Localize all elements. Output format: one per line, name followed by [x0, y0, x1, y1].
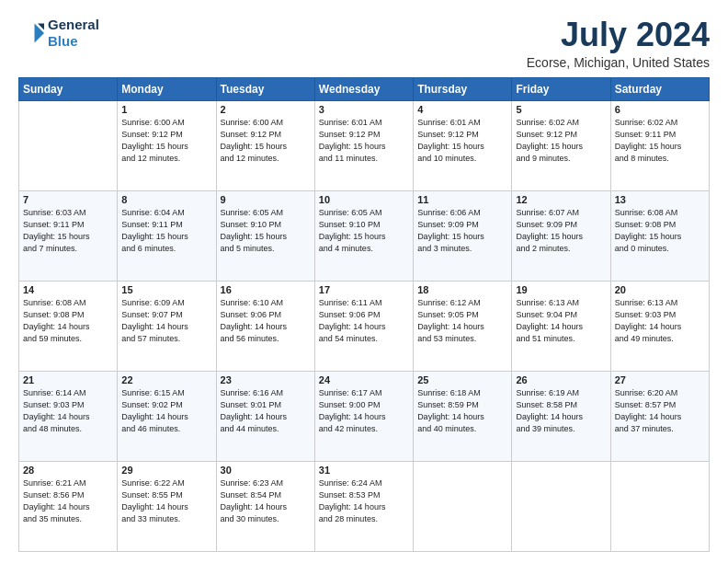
day-number: 19 [516, 284, 606, 295]
day-info: Sunrise: 6:04 AM Sunset: 9:11 PM Dayligh… [121, 207, 211, 255]
day-info: Sunrise: 6:15 AM Sunset: 9:02 PM Dayligh… [121, 387, 211, 435]
day-number: 12 [516, 194, 606, 205]
day-info: Sunrise: 6:12 AM Sunset: 9:05 PM Dayligh… [417, 297, 507, 345]
day-number: 5 [516, 104, 606, 115]
table-row: 21Sunrise: 6:14 AM Sunset: 9:03 PM Dayli… [19, 371, 118, 461]
table-row: 24Sunrise: 6:17 AM Sunset: 9:00 PM Dayli… [314, 371, 413, 461]
table-row: 5Sunrise: 6:02 AM Sunset: 9:12 PM Daylig… [512, 100, 610, 190]
day-info: Sunrise: 6:19 AM Sunset: 8:58 PM Dayligh… [516, 387, 606, 435]
day-number: 4 [417, 104, 507, 115]
header: General Blue July 2024 Ecorse, Michigan,… [18, 17, 710, 70]
day-info: Sunrise: 6:13 AM Sunset: 9:04 PM Dayligh… [516, 297, 606, 345]
day-info: Sunrise: 6:05 AM Sunset: 9:10 PM Dayligh… [319, 207, 409, 255]
day-number: 22 [121, 374, 211, 385]
day-number: 20 [615, 284, 705, 295]
day-number: 29 [121, 465, 211, 476]
table-row [610, 461, 709, 551]
day-info: Sunrise: 6:20 AM Sunset: 8:57 PM Dayligh… [615, 387, 705, 435]
day-info: Sunrise: 6:21 AM Sunset: 8:56 PM Dayligh… [23, 477, 113, 525]
day-number: 26 [516, 374, 606, 385]
table-row: 22Sunrise: 6:15 AM Sunset: 9:02 PM Dayli… [118, 371, 216, 461]
table-row: 1Sunrise: 6:00 AM Sunset: 9:12 PM Daylig… [118, 100, 216, 190]
day-number: 11 [417, 194, 507, 205]
table-row: 23Sunrise: 6:16 AM Sunset: 9:01 PM Dayli… [216, 371, 314, 461]
day-info: Sunrise: 6:01 AM Sunset: 9:12 PM Dayligh… [417, 117, 507, 165]
day-number: 3 [319, 104, 409, 115]
day-number: 25 [417, 374, 507, 385]
logo: General Blue [18, 17, 99, 50]
col-tuesday: Tuesday [216, 77, 314, 100]
table-row: 18Sunrise: 6:12 AM Sunset: 9:05 PM Dayli… [414, 281, 512, 371]
table-row: 19Sunrise: 6:13 AM Sunset: 9:04 PM Dayli… [512, 281, 610, 371]
main-title: July 2024 [527, 17, 710, 53]
day-number: 16 [221, 284, 311, 295]
subtitle: Ecorse, Michigan, United States [527, 55, 710, 70]
day-number: 8 [121, 194, 211, 205]
table-row [19, 100, 118, 190]
day-info: Sunrise: 6:22 AM Sunset: 8:55 PM Dayligh… [121, 477, 211, 525]
day-info: Sunrise: 6:00 AM Sunset: 9:12 PM Dayligh… [221, 117, 311, 165]
day-number: 10 [319, 194, 409, 205]
day-info: Sunrise: 6:23 AM Sunset: 8:54 PM Dayligh… [221, 477, 311, 525]
day-info: Sunrise: 6:24 AM Sunset: 8:53 PM Dayligh… [319, 477, 409, 525]
day-number: 28 [23, 465, 113, 476]
table-row: 15Sunrise: 6:09 AM Sunset: 9:07 PM Dayli… [118, 281, 216, 371]
day-info: Sunrise: 6:07 AM Sunset: 9:09 PM Dayligh… [516, 207, 606, 255]
logo-general: General [48, 17, 99, 32]
table-row: 3Sunrise: 6:01 AM Sunset: 9:12 PM Daylig… [314, 100, 413, 190]
col-friday: Friday [512, 77, 610, 100]
day-number: 23 [221, 374, 311, 385]
day-info: Sunrise: 6:03 AM Sunset: 9:11 PM Dayligh… [23, 207, 113, 255]
day-info: Sunrise: 6:08 AM Sunset: 9:08 PM Dayligh… [23, 297, 113, 345]
table-row: 9Sunrise: 6:05 AM Sunset: 9:10 PM Daylig… [216, 190, 314, 281]
table-row: 11Sunrise: 6:06 AM Sunset: 9:09 PM Dayli… [414, 190, 512, 281]
day-info: Sunrise: 6:02 AM Sunset: 9:11 PM Dayligh… [615, 117, 705, 165]
table-row [512, 461, 610, 551]
day-number: 14 [23, 284, 113, 295]
day-info: Sunrise: 6:09 AM Sunset: 9:07 PM Dayligh… [121, 297, 211, 345]
day-number: 1 [121, 104, 211, 115]
day-number: 17 [319, 284, 409, 295]
table-row: 28Sunrise: 6:21 AM Sunset: 8:56 PM Dayli… [19, 461, 118, 551]
table-row: 29Sunrise: 6:22 AM Sunset: 8:55 PM Dayli… [118, 461, 216, 551]
day-number: 2 [221, 104, 311, 115]
calendar-week-row: 21Sunrise: 6:14 AM Sunset: 9:03 PM Dayli… [19, 371, 710, 461]
table-row: 4Sunrise: 6:01 AM Sunset: 9:12 PM Daylig… [414, 100, 512, 190]
day-number: 27 [615, 374, 705, 385]
table-row [414, 461, 512, 551]
day-info: Sunrise: 6:02 AM Sunset: 9:12 PM Dayligh… [516, 117, 606, 165]
table-row: 6Sunrise: 6:02 AM Sunset: 9:11 PM Daylig… [610, 100, 709, 190]
day-number: 24 [319, 374, 409, 385]
day-info: Sunrise: 6:05 AM Sunset: 9:10 PM Dayligh… [221, 207, 311, 255]
day-info: Sunrise: 6:00 AM Sunset: 9:12 PM Dayligh… [121, 117, 211, 165]
day-info: Sunrise: 6:16 AM Sunset: 9:01 PM Dayligh… [221, 387, 311, 435]
table-row: 30Sunrise: 6:23 AM Sunset: 8:54 PM Dayli… [216, 461, 314, 551]
calendar-week-row: 7Sunrise: 6:03 AM Sunset: 9:11 PM Daylig… [19, 190, 710, 281]
calendar-header-row: Sunday Monday Tuesday Wednesday Thursday… [19, 77, 710, 100]
table-row: 8Sunrise: 6:04 AM Sunset: 9:11 PM Daylig… [118, 190, 216, 281]
logo-icon [18, 20, 44, 46]
col-wednesday: Wednesday [314, 77, 413, 100]
day-info: Sunrise: 6:17 AM Sunset: 9:00 PM Dayligh… [319, 387, 409, 435]
title-block: July 2024 Ecorse, Michigan, United State… [527, 17, 710, 70]
day-info: Sunrise: 6:13 AM Sunset: 9:03 PM Dayligh… [615, 297, 705, 345]
day-info: Sunrise: 6:08 AM Sunset: 9:08 PM Dayligh… [615, 207, 705, 255]
calendar-week-row: 14Sunrise: 6:08 AM Sunset: 9:08 PM Dayli… [19, 281, 710, 371]
day-number: 30 [221, 465, 311, 476]
logo-blue: Blue [48, 33, 78, 49]
calendar-week-row: 1Sunrise: 6:00 AM Sunset: 9:12 PM Daylig… [19, 100, 710, 190]
day-info: Sunrise: 6:11 AM Sunset: 9:06 PM Dayligh… [319, 297, 409, 345]
page: General Blue July 2024 Ecorse, Michigan,… [0, 0, 728, 563]
day-number: 9 [221, 194, 311, 205]
day-info: Sunrise: 6:01 AM Sunset: 9:12 PM Dayligh… [319, 117, 409, 165]
logo-text: General Blue [48, 17, 99, 50]
day-number: 31 [319, 465, 409, 476]
col-sunday: Sunday [19, 77, 118, 100]
table-row: 2Sunrise: 6:00 AM Sunset: 9:12 PM Daylig… [216, 100, 314, 190]
col-monday: Monday [118, 77, 216, 100]
col-thursday: Thursday [414, 77, 512, 100]
calendar-week-row: 28Sunrise: 6:21 AM Sunset: 8:56 PM Dayli… [19, 461, 710, 551]
day-number: 18 [417, 284, 507, 295]
table-row: 7Sunrise: 6:03 AM Sunset: 9:11 PM Daylig… [19, 190, 118, 281]
col-saturday: Saturday [610, 77, 709, 100]
